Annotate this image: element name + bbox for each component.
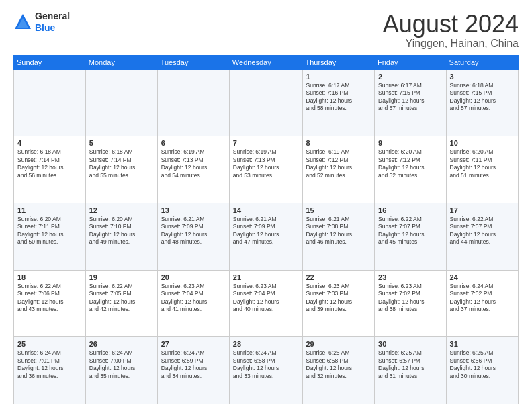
- table-row: 10Sunrise: 6:20 AM Sunset: 7:11 PM Dayli…: [446, 136, 518, 203]
- day-info: Sunrise: 6:17 AM Sunset: 7:16 PM Dayligh…: [306, 82, 371, 113]
- table-row: [157, 69, 229, 136]
- day-number: 25: [17, 340, 82, 348]
- day-number: 15: [306, 206, 371, 214]
- col-friday: Friday: [375, 55, 447, 69]
- logo-icon: [13, 13, 32, 32]
- day-number: 21: [233, 273, 299, 281]
- page: General Blue August 2024 Yinggen, Hainan…: [0, 0, 532, 411]
- month-title: August 2024: [383, 11, 519, 38]
- table-row: 18Sunrise: 6:22 AM Sunset: 7:06 PM Dayli…: [14, 270, 86, 337]
- day-info: Sunrise: 6:24 AM Sunset: 6:58 PM Dayligh…: [233, 349, 299, 380]
- table-row: 16Sunrise: 6:22 AM Sunset: 7:07 PM Dayli…: [375, 203, 447, 270]
- table-row: 12Sunrise: 6:20 AM Sunset: 7:10 PM Dayli…: [85, 203, 157, 270]
- logo-general: General: [35, 11, 70, 21]
- table-row: 26Sunrise: 6:24 AM Sunset: 7:00 PM Dayli…: [85, 337, 157, 404]
- table-row: 7Sunrise: 6:19 AM Sunset: 7:13 PM Daylig…: [229, 136, 302, 203]
- day-info: Sunrise: 6:22 AM Sunset: 7:07 PM Dayligh…: [450, 216, 515, 246]
- table-row: 28Sunrise: 6:24 AM Sunset: 6:58 PM Dayli…: [229, 337, 302, 404]
- day-info: Sunrise: 6:21 AM Sunset: 7:09 PM Dayligh…: [161, 216, 226, 246]
- table-row: 20Sunrise: 6:23 AM Sunset: 7:04 PM Dayli…: [157, 270, 229, 337]
- table-row: [85, 69, 157, 136]
- day-info: Sunrise: 6:24 AM Sunset: 6:59 PM Dayligh…: [161, 349, 226, 380]
- day-info: Sunrise: 6:21 AM Sunset: 7:09 PM Dayligh…: [233, 216, 299, 246]
- day-info: Sunrise: 6:20 AM Sunset: 7:12 PM Dayligh…: [378, 148, 443, 179]
- day-info: Sunrise: 6:24 AM Sunset: 7:01 PM Dayligh…: [17, 349, 82, 380]
- day-info: Sunrise: 6:20 AM Sunset: 7:11 PM Dayligh…: [17, 216, 82, 246]
- table-row: 11Sunrise: 6:20 AM Sunset: 7:11 PM Dayli…: [14, 203, 86, 270]
- day-info: Sunrise: 6:23 AM Sunset: 7:04 PM Dayligh…: [233, 283, 299, 314]
- day-number: 11: [17, 206, 82, 214]
- day-number: 14: [233, 206, 299, 214]
- calendar-week-row: 1Sunrise: 6:17 AM Sunset: 7:16 PM Daylig…: [14, 69, 519, 136]
- col-monday: Monday: [85, 55, 157, 69]
- day-number: 31: [450, 340, 515, 348]
- table-row: 3Sunrise: 6:18 AM Sunset: 7:15 PM Daylig…: [446, 69, 518, 136]
- day-number: 3: [450, 73, 515, 81]
- col-sunday: Sunday: [14, 55, 86, 69]
- table-row: 21Sunrise: 6:23 AM Sunset: 7:04 PM Dayli…: [229, 270, 302, 337]
- day-info: Sunrise: 6:22 AM Sunset: 7:07 PM Dayligh…: [378, 216, 443, 246]
- table-row: 30Sunrise: 6:25 AM Sunset: 6:57 PM Dayli…: [375, 337, 447, 404]
- day-info: Sunrise: 6:18 AM Sunset: 7:14 PM Dayligh…: [17, 148, 82, 179]
- table-row: 15Sunrise: 6:21 AM Sunset: 7:08 PM Dayli…: [302, 203, 375, 270]
- table-row: [229, 69, 302, 136]
- table-row: 19Sunrise: 6:22 AM Sunset: 7:05 PM Dayli…: [85, 270, 157, 337]
- header: General Blue August 2024 Yinggen, Hainan…: [13, 11, 519, 50]
- table-row: 8Sunrise: 6:19 AM Sunset: 7:12 PM Daylig…: [302, 136, 375, 203]
- calendar-week-row: 4Sunrise: 6:18 AM Sunset: 7:14 PM Daylig…: [14, 136, 519, 203]
- logo-blue: Blue: [35, 22, 55, 33]
- table-row: 6Sunrise: 6:19 AM Sunset: 7:13 PM Daylig…: [157, 136, 229, 203]
- table-row: 9Sunrise: 6:20 AM Sunset: 7:12 PM Daylig…: [375, 136, 447, 203]
- day-info: Sunrise: 6:24 AM Sunset: 7:02 PM Dayligh…: [450, 283, 515, 314]
- day-info: Sunrise: 6:23 AM Sunset: 7:03 PM Dayligh…: [306, 283, 371, 314]
- table-row: 22Sunrise: 6:23 AM Sunset: 7:03 PM Dayli…: [302, 270, 375, 337]
- table-row: 24Sunrise: 6:24 AM Sunset: 7:02 PM Dayli…: [446, 270, 518, 337]
- col-saturday: Saturday: [446, 55, 518, 69]
- day-number: 6: [161, 139, 226, 147]
- day-info: Sunrise: 6:19 AM Sunset: 7:13 PM Dayligh…: [161, 148, 226, 179]
- day-number: 2: [378, 73, 443, 81]
- table-row: 14Sunrise: 6:21 AM Sunset: 7:09 PM Dayli…: [229, 203, 302, 270]
- day-number: 20: [161, 273, 226, 281]
- day-info: Sunrise: 6:20 AM Sunset: 7:11 PM Dayligh…: [450, 148, 515, 179]
- calendar-header-row: Sunday Monday Tuesday Wednesday Thursday…: [14, 55, 519, 69]
- title-block: August 2024 Yinggen, Hainan, China: [383, 11, 519, 50]
- day-number: 7: [233, 139, 299, 147]
- day-info: Sunrise: 6:18 AM Sunset: 7:15 PM Dayligh…: [450, 82, 515, 113]
- day-number: 22: [306, 273, 371, 281]
- col-wednesday: Wednesday: [229, 55, 302, 69]
- day-number: 4: [17, 139, 82, 147]
- calendar-week-row: 25Sunrise: 6:24 AM Sunset: 7:01 PM Dayli…: [14, 337, 519, 404]
- table-row: 17Sunrise: 6:22 AM Sunset: 7:07 PM Dayli…: [446, 203, 518, 270]
- day-number: 10: [450, 139, 515, 147]
- day-number: 8: [306, 139, 371, 147]
- table-row: 2Sunrise: 6:17 AM Sunset: 7:15 PM Daylig…: [375, 69, 447, 136]
- day-number: 30: [378, 340, 443, 348]
- col-tuesday: Tuesday: [157, 55, 229, 69]
- table-row: 25Sunrise: 6:24 AM Sunset: 7:01 PM Dayli…: [14, 337, 86, 404]
- day-number: 29: [306, 340, 371, 348]
- table-row: 29Sunrise: 6:25 AM Sunset: 6:58 PM Dayli…: [302, 337, 375, 404]
- day-info: Sunrise: 6:23 AM Sunset: 7:04 PM Dayligh…: [161, 283, 226, 314]
- day-info: Sunrise: 6:18 AM Sunset: 7:14 PM Dayligh…: [89, 148, 154, 179]
- day-info: Sunrise: 6:19 AM Sunset: 7:12 PM Dayligh…: [306, 148, 371, 179]
- calendar-week-row: 18Sunrise: 6:22 AM Sunset: 7:06 PM Dayli…: [14, 270, 519, 337]
- day-number: 16: [378, 206, 443, 214]
- table-row: 31Sunrise: 6:25 AM Sunset: 6:56 PM Dayli…: [446, 337, 518, 404]
- day-info: Sunrise: 6:22 AM Sunset: 7:06 PM Dayligh…: [17, 283, 82, 314]
- day-number: 28: [233, 340, 299, 348]
- day-info: Sunrise: 6:17 AM Sunset: 7:15 PM Dayligh…: [378, 82, 443, 113]
- day-number: 5: [89, 139, 154, 147]
- table-row: 27Sunrise: 6:24 AM Sunset: 6:59 PM Dayli…: [157, 337, 229, 404]
- day-info: Sunrise: 6:25 AM Sunset: 6:56 PM Dayligh…: [450, 349, 515, 380]
- table-row: [14, 69, 86, 136]
- day-number: 27: [161, 340, 226, 348]
- day-info: Sunrise: 6:23 AM Sunset: 7:02 PM Dayligh…: [378, 283, 443, 314]
- logo: General Blue: [13, 11, 70, 34]
- day-info: Sunrise: 6:20 AM Sunset: 7:10 PM Dayligh…: [89, 216, 154, 246]
- day-info: Sunrise: 6:25 AM Sunset: 6:58 PM Dayligh…: [306, 349, 371, 380]
- location-title: Yinggen, Hainan, China: [383, 38, 519, 50]
- day-number: 18: [17, 273, 82, 281]
- col-thursday: Thursday: [302, 55, 375, 69]
- day-number: 23: [378, 273, 443, 281]
